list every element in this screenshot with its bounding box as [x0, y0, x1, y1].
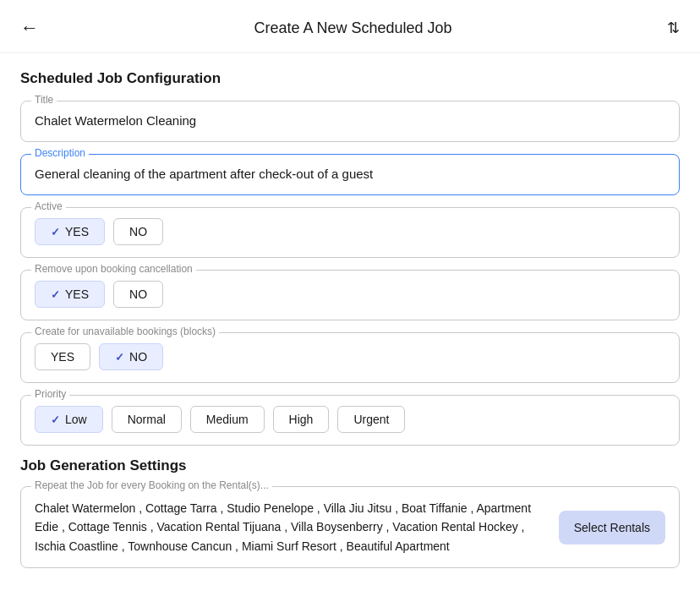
priority-high-label: High	[289, 413, 314, 426]
header: ← Create A New Scheduled Job ⇅	[0, 0, 700, 53]
rentals-inner: Chalet Watermelon , Cottage Tarra , Stud…	[21, 487, 679, 567]
priority-field-group: Priority ✓ Low Normal Medium High Urgent	[20, 395, 680, 446]
create-no-label: NO	[129, 350, 147, 364]
active-label: Active	[31, 200, 66, 212]
active-yes-button[interactable]: ✓ YES	[35, 218, 105, 245]
priority-low-button[interactable]: ✓ Low	[35, 406, 103, 433]
generation-section-title: Job Generation Settings	[20, 457, 680, 474]
active-yes-check: ✓	[51, 226, 60, 238]
priority-low-check: ✓	[51, 413, 60, 426]
priority-urgent-label: Urgent	[353, 413, 389, 426]
description-input[interactable]	[35, 165, 665, 183]
title-input[interactable]	[35, 112, 665, 129]
rentals-field-label: Repeat the Job for every Booking on the …	[31, 479, 272, 491]
page-title: Create A New Scheduled Job	[42, 19, 664, 37]
select-rentals-button[interactable]: Select Rentals	[559, 511, 665, 545]
create-unavailable-label: Create for unavailable bookings (blocks)	[31, 326, 219, 337]
priority-toggle-group: ✓ Low Normal Medium High Urgent	[35, 406, 665, 433]
remove-yes-label: YES	[65, 287, 89, 301]
description-field-group: Description	[20, 154, 680, 195]
active-toggle-group: ✓ YES NO	[35, 218, 665, 245]
priority-medium-button[interactable]: Medium	[190, 406, 265, 433]
create-no-button[interactable]: ✓ NO	[99, 343, 163, 370]
rentals-text: Chalet Watermelon , Cottage Tarra , Stud…	[35, 499, 549, 556]
title-label: Title	[31, 94, 57, 106]
rentals-field-group: Repeat the Job for every Booking on the …	[20, 486, 680, 568]
priority-label: Priority	[31, 388, 69, 400]
priority-urgent-button[interactable]: Urgent	[337, 406, 405, 433]
remove-yes-button[interactable]: ✓ YES	[35, 281, 105, 308]
priority-medium-label: Medium	[206, 413, 249, 426]
title-field-group: Title	[20, 101, 680, 142]
active-no-label: NO	[129, 225, 147, 238]
sort-button[interactable]: ⇅	[664, 15, 683, 41]
create-yes-button[interactable]: YES	[35, 343, 90, 370]
description-label: Description	[31, 147, 89, 159]
create-unavailable-toggle-group: YES ✓ NO	[35, 343, 665, 370]
active-field-group: Active ✓ YES NO	[20, 207, 680, 258]
priority-low-label: Low	[65, 413, 87, 426]
active-yes-label: YES	[65, 225, 89, 238]
create-unavailable-field-group: Create for unavailable bookings (blocks)…	[20, 332, 680, 383]
remove-yes-check: ✓	[51, 288, 60, 301]
remove-cancellation-label: Remove upon booking cancellation	[31, 263, 196, 275]
priority-high-button[interactable]: High	[273, 406, 330, 433]
active-no-button[interactable]: NO	[113, 218, 163, 245]
priority-normal-label: Normal	[128, 413, 166, 426]
priority-normal-button[interactable]: Normal	[112, 406, 182, 433]
create-no-check: ✓	[115, 351, 124, 364]
remove-no-label: NO	[129, 287, 147, 301]
remove-no-button[interactable]: NO	[113, 281, 163, 308]
create-yes-label: YES	[51, 350, 74, 364]
remove-cancellation-toggle-group: ✓ YES NO	[35, 281, 665, 308]
config-section-title: Scheduled Job Configuration	[20, 70, 680, 87]
remove-cancellation-field-group: Remove upon booking cancellation ✓ YES N…	[20, 270, 680, 320]
back-button[interactable]: ←	[17, 14, 42, 42]
content-area: Scheduled Job Configuration Title Descri…	[0, 53, 700, 585]
